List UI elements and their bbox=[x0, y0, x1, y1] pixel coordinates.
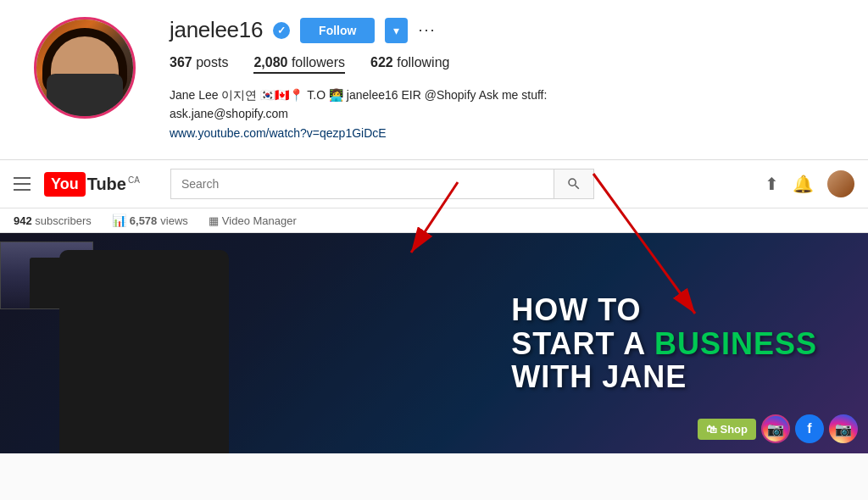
upload-button[interactable]: ⬆ bbox=[765, 174, 779, 194]
posts-stat: 367 posts bbox=[170, 55, 228, 74]
youtube-logo-tube: Tube bbox=[87, 175, 126, 194]
search-input[interactable] bbox=[170, 169, 554, 199]
profile-bio: Jane Lee 이지연 🇰🇷🇨🇦📍 T.O 👩‍💻 janelee16 EIR… bbox=[170, 86, 593, 142]
youtube-logo: You Tube CA bbox=[44, 172, 140, 197]
instagram-icon[interactable]: 📷 bbox=[761, 414, 790, 443]
views-label: views bbox=[160, 214, 188, 227]
bio-email: ask.jane@shopify.com bbox=[170, 104, 593, 123]
followers-stat[interactable]: 2,080 followers bbox=[253, 55, 345, 74]
follow-button[interactable]: Follow bbox=[300, 18, 375, 43]
shopify-icon: 🛍 bbox=[706, 423, 717, 436]
youtube-section: You Tube CA ⬆ 🔔 942 subscribers 📊 bbox=[0, 160, 868, 233]
banner-line2-white: START A bbox=[511, 325, 645, 360]
channel-subheader: 942 subscribers 📊 6,578 views ▦ Video Ma… bbox=[0, 208, 868, 232]
video-banner: HOW TO START A BUSINESS WITH JANE 🛍 Shop… bbox=[0, 233, 868, 453]
banner-person-image bbox=[0, 233, 288, 453]
banner-text: HOW TO START A BUSINESS WITH JANE bbox=[511, 293, 817, 394]
video-manager-icon: ▦ bbox=[209, 214, 219, 227]
banner-line2-green: BUSINESS bbox=[654, 325, 817, 360]
bio-link[interactable]: www.youtube.com/watch?v=qezp1GiDcE bbox=[170, 126, 387, 140]
shop-label: Shop bbox=[721, 423, 748, 436]
youtube-search-bar bbox=[170, 169, 594, 199]
following-stat[interactable]: 622 following bbox=[370, 55, 449, 74]
person-body bbox=[59, 250, 229, 453]
user-avatar[interactable] bbox=[827, 170, 854, 197]
notifications-button[interactable]: 🔔 bbox=[793, 174, 814, 194]
banner-line1: HOW TO bbox=[511, 293, 817, 327]
youtube-logo-you: You bbox=[44, 172, 86, 197]
views-item: 📊 6,578 views bbox=[112, 214, 188, 227]
more-options-button[interactable]: ··· bbox=[418, 21, 436, 39]
posts-label: posts bbox=[196, 55, 228, 69]
youtube-header-right: ⬆ 🔔 bbox=[765, 170, 854, 197]
followers-label: followers bbox=[292, 55, 345, 69]
bio-text: Jane Lee 이지연 🇰🇷🇨🇦📍 T.O 👩‍💻 janelee16 EIR… bbox=[170, 86, 593, 104]
views-bar-icon: 📊 bbox=[112, 214, 126, 227]
subscriber-count: 942 subscribers bbox=[14, 214, 92, 227]
views-count: 6,578 bbox=[130, 214, 158, 227]
facebook-icon[interactable]: f bbox=[795, 414, 824, 443]
username: janelee16 bbox=[170, 17, 263, 43]
instagram-profile-section: janelee16 Follow ▾ ··· 367 posts 2,080 f… bbox=[0, 0, 868, 160]
search-icon bbox=[566, 176, 581, 192]
following-label: following bbox=[397, 55, 449, 69]
profile-avatar[interactable] bbox=[34, 17, 136, 119]
followers-count: 2,080 bbox=[253, 55, 287, 69]
instagram2-icon[interactable]: 📷 bbox=[829, 414, 858, 443]
banner-line3: WITH JANE bbox=[511, 360, 817, 394]
instagram2-symbol: 📷 bbox=[835, 421, 852, 437]
profile-header: janelee16 Follow ▾ ··· bbox=[170, 17, 834, 43]
sub-count-label: subscribers bbox=[35, 214, 91, 227]
youtube-region: CA bbox=[128, 175, 140, 185]
facebook-symbol: f bbox=[807, 421, 811, 436]
hamburger-menu[interactable] bbox=[14, 177, 31, 191]
video-manager-link[interactable]: ▦ Video Manager bbox=[209, 214, 297, 227]
profile-stats: 367 posts 2,080 followers 622 following bbox=[170, 55, 834, 74]
youtube-header: You Tube CA ⬆ 🔔 bbox=[0, 160, 868, 208]
follow-dropdown-button[interactable]: ▾ bbox=[385, 18, 408, 43]
banner-line2: START A BUSINESS bbox=[511, 326, 817, 360]
search-button[interactable] bbox=[554, 169, 594, 199]
bottom-social-icons: 🛍 Shop 📷 f 📷 bbox=[698, 414, 859, 443]
posts-count: 367 bbox=[170, 55, 192, 69]
sub-count-number: 942 bbox=[14, 214, 32, 227]
instagram-symbol: 📷 bbox=[767, 421, 784, 437]
verified-badge-icon bbox=[273, 22, 290, 39]
video-manager-label: Video Manager bbox=[222, 214, 297, 227]
profile-info: janelee16 Follow ▾ ··· 367 posts 2,080 f… bbox=[170, 17, 834, 142]
following-count: 622 bbox=[370, 55, 393, 69]
shopify-shop-badge[interactable]: 🛍 Shop bbox=[698, 419, 757, 440]
